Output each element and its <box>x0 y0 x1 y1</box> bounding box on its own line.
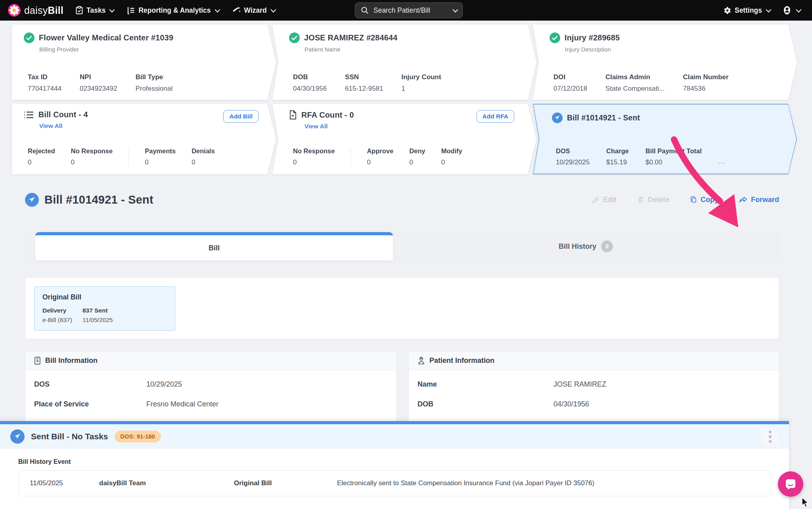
billing-provider-card[interactable]: Flower Valley Medical Center #1039 Billi… <box>12 25 276 100</box>
stat-charge: Charge $15.19 <box>606 147 629 166</box>
paper-plane-icon <box>552 112 563 123</box>
field-claim-number: Claim Number 784536 <box>683 73 728 93</box>
bill-page-header: Bill #1014921 - Sent Edit Delete Copy <box>25 187 779 212</box>
chat-bubble-icon <box>785 478 797 490</box>
chevron-down-icon <box>270 7 276 13</box>
bill-count-title: Bill Count - 4 <box>38 110 88 119</box>
row-place-of-service: Place of Service Fresno Medical Center <box>34 394 396 414</box>
stat-approve: Approve 0 <box>367 147 393 166</box>
stat-no-response: No Response 0 <box>71 147 113 166</box>
bill-count-card[interactable]: Bill Count - 4 View All Add Bill Rejecte… <box>12 104 276 174</box>
kebab-menu-icon[interactable] <box>761 428 779 445</box>
field-delivery: Delivery e-Bill (837) <box>42 307 72 324</box>
delete-button[interactable]: Delete <box>637 196 669 204</box>
bill-count-view-all[interactable]: View All <box>39 122 63 130</box>
chevron-down-icon <box>796 7 801 13</box>
context-breadcrumb-row: Flower Valley Medical Center #1039 Billi… <box>12 25 797 100</box>
daisy-flower-icon <box>8 4 21 17</box>
billing-provider-title: Flower Valley Medical Center #1039 <box>39 33 173 42</box>
original-bill-card[interactable]: Original Bill Delivery e-Bill (837) 837 … <box>34 286 175 331</box>
injury-title: Injury #289685 <box>565 33 620 42</box>
divider <box>350 148 351 166</box>
field-837-sent: 837 Sent 11/05/2025 <box>82 307 113 324</box>
history-count-badge: 0 <box>601 240 613 252</box>
nav-settings[interactable]: Settings <box>723 6 770 15</box>
nav-reporting-label: Reporting & Analytics <box>138 6 211 15</box>
field-bill-type: Bill Type Professional <box>136 73 173 93</box>
brand-name: daisyBill <box>24 5 63 16</box>
stat-payment-total: Bill Payment Total $0.00 <box>645 147 702 166</box>
history-type: Original Bill <box>234 479 337 487</box>
chevron-down-icon <box>766 7 771 13</box>
search-patient-bill[interactable]: Search Patient/Bill <box>355 2 463 18</box>
report-chart-icon <box>127 6 135 15</box>
forward-arrow-icon <box>739 196 747 203</box>
check-circle-icon <box>289 32 300 43</box>
selected-bill-title: Bill #1014921 - Sent <box>567 113 640 122</box>
edit-button[interactable]: Edit <box>592 196 617 204</box>
summary-card-row: Bill Count - 4 View All Add Bill Rejecte… <box>12 104 797 174</box>
bill-document-icon: $ <box>34 356 41 365</box>
patient-card[interactable]: JOSE RAMIREZ #284644 Patient Name DOB 04… <box>272 25 536 100</box>
stat-no-response: No Response 0 <box>293 147 335 166</box>
paper-plane-icon <box>10 429 25 444</box>
tab-bill-history[interactable]: Bill History 0 <box>393 232 779 261</box>
nav-menu: Tasks Reporting & Analytics <box>75 6 275 15</box>
daisybill-logo[interactable]: daisyBill <box>8 4 63 17</box>
tab-bill[interactable]: Bill <box>35 232 393 261</box>
nav-right: Settings <box>723 5 812 15</box>
dos-age-badge: DOS: 91-180 <box>115 431 161 442</box>
bill-history-event-heading: Bill History Event <box>18 458 771 465</box>
more-ellipsis: ... <box>718 158 725 166</box>
chevron-down-icon <box>109 7 115 13</box>
nav-wizard[interactable]: Wizard <box>232 6 275 15</box>
nav-tasks-label: Tasks <box>86 6 105 15</box>
list-icon <box>24 111 34 119</box>
page-title: Bill #1014921 - Sent <box>44 193 153 206</box>
stat-dos: DOS 10/29/2025 <box>556 147 590 166</box>
patient-person-icon <box>417 356 425 365</box>
bill-info-title: Bill Information <box>45 356 98 365</box>
task-sheet-header: Sent Bill - No Tasks DOS: 91-180 <box>0 424 789 449</box>
paper-plane-icon <box>25 193 39 207</box>
sent-bill-task-sheet: Sent Bill - No Tasks DOS: 91-180 Bill Hi… <box>0 421 789 509</box>
user-avatar-icon <box>782 5 792 15</box>
svg-text:$: $ <box>36 359 39 363</box>
stat-rejected: Rejected 0 <box>28 147 55 166</box>
check-circle-icon <box>550 32 560 43</box>
bill-tabs: Bill Bill History 0 <box>25 232 779 260</box>
account-menu[interactable] <box>782 5 800 15</box>
chevron-down-icon <box>214 7 220 13</box>
forward-button[interactable]: Forward <box>739 196 779 204</box>
selected-bill-card[interactable]: Bill #1014921 - Sent DOS 10/29/2025 Char… <box>533 104 797 174</box>
copy-button[interactable]: Copy <box>690 196 718 204</box>
rfa-document-icon <box>289 110 297 120</box>
billing-provider-subtitle: Billing Provider <box>39 46 264 53</box>
copy-icon <box>690 196 697 204</box>
pencil-icon <box>592 196 599 204</box>
patient-info-title: Patient Information <box>429 356 494 365</box>
field-doi: DOI 07/12/2018 <box>553 73 587 93</box>
nav-wizard-label: Wizard <box>244 6 267 15</box>
history-date: 11/05/2025 <box>30 479 99 487</box>
field-npi: NPI 0234923492 <box>80 73 117 93</box>
nav-settings-label: Settings <box>735 6 762 15</box>
search-icon <box>361 6 369 14</box>
add-bill-button[interactable]: Add Bill <box>223 110 259 123</box>
rfa-view-all[interactable]: View All <box>304 123 328 130</box>
field-claims-admin: Claims Admin State Compensati... <box>605 73 665 93</box>
nav-reporting[interactable]: Reporting & Analytics <box>127 6 218 15</box>
field-tax-id: Tax ID 770417444 <box>28 73 61 93</box>
clipboard-icon <box>75 6 83 15</box>
bill-versions-panel: Original Bill Delivery e-Bill (837) 837 … <box>25 277 779 339</box>
patient-subtitle: Patient Name <box>304 46 525 53</box>
nav-tasks[interactable]: Tasks <box>75 6 113 15</box>
search-label: Search Patient/Bill <box>373 6 430 15</box>
injury-card[interactable]: Injury #289685 Injury Description DOI 07… <box>533 25 797 100</box>
chat-launcher-button[interactable] <box>778 471 803 497</box>
add-rfa-button[interactable]: Add RFA <box>477 110 514 123</box>
patient-title: JOSE RAMIREZ #284644 <box>304 33 397 42</box>
row-dob: DOB 04/30/1956 <box>417 394 779 414</box>
field-ssn: SSN 615-12-9581 <box>345 73 383 93</box>
rfa-count-card[interactable]: RFA Count - 0 View All Add RFA No Respon… <box>272 104 536 174</box>
